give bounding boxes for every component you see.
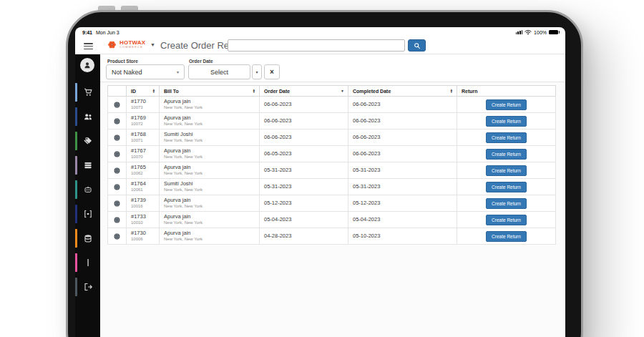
bill-to-name: Sumiti Joshi <box>164 131 259 137</box>
rows-icon <box>84 161 92 170</box>
bill-to-location: New York, New York <box>164 237 259 243</box>
table-row: #1733 10010 Apurva jain New York, New Yo… <box>108 212 556 228</box>
create-return-button[interactable]: Create Return <box>486 149 527 160</box>
globe-icon <box>114 217 120 223</box>
table-row: #1769 10072 Apurva jain New York, New Yo… <box>108 113 556 130</box>
completed-date: 06-06-2023 <box>353 134 457 140</box>
sort-icon[interactable]: ▲▼ <box>450 89 453 94</box>
order-date-label: Order Date <box>189 59 213 64</box>
col-completed-date[interactable]: Completed Date ▲▼ <box>348 86 457 97</box>
completed-date: 06-06-2023 <box>353 117 457 124</box>
col-bill-to[interactable]: Bill To ▲▼ <box>160 86 260 97</box>
order-number: 10071 <box>131 138 159 144</box>
product-store-value: Not Naked <box>112 69 142 76</box>
bill-to-location: New York, New York <box>164 220 259 226</box>
bill-to-location: New York, New York <box>164 204 259 210</box>
product-store-select[interactable]: Not Naked ▾ <box>106 64 185 79</box>
order-date: 06-06-2023 <box>264 134 348 140</box>
bill-to-name: Apurva jain <box>164 147 259 154</box>
completed-date: 05-04-2023 <box>353 216 457 223</box>
status-date: Mon Jun 3 <box>96 30 119 35</box>
close-icon: × <box>270 68 274 76</box>
sidebar-item-rows[interactable] <box>75 153 100 177</box>
users-icon <box>84 112 92 121</box>
sidebar-indicator-strip <box>75 156 77 175</box>
bot-icon <box>84 185 92 194</box>
create-return-button[interactable]: Create Return <box>486 231 527 242</box>
hotwax-flower-icon <box>107 39 117 50</box>
create-return-button[interactable]: Create Return <box>486 99 527 110</box>
chevron-down-icon[interactable]: ▼ <box>150 42 155 47</box>
bill-to-name: Sumiti Joshi <box>164 180 259 187</box>
order-date-caret-button[interactable]: ▾ <box>252 64 262 79</box>
create-return-button[interactable]: Create Return <box>486 116 527 127</box>
create-return-button[interactable]: Create Return <box>486 132 527 143</box>
sidebar-item-text-cursor[interactable] <box>75 250 100 275</box>
create-return-button[interactable]: Create Return <box>486 165 527 176</box>
completed-date: 05-31-2023 <box>353 183 457 190</box>
table-row: #1764 10061 Sumiti Joshi New York, New Y… <box>108 179 556 195</box>
order-date-select[interactable]: Select <box>188 64 250 79</box>
sidebar-item-logout[interactable] <box>75 275 100 299</box>
col-id[interactable]: ID ▲▼ <box>127 86 160 97</box>
sort-desc-icon[interactable]: ▼ <box>341 89 344 93</box>
globe-icon <box>114 135 120 141</box>
bill-to-name: Apurva jain <box>164 98 259 104</box>
search-input[interactable] <box>228 39 405 52</box>
table-header-row: ID ▲▼ Bill To ▲▼ <box>108 86 556 97</box>
database-icon <box>84 234 92 243</box>
sidebar-item-brackets[interactable] <box>75 202 100 226</box>
order-id: #1733 <box>131 213 159 220</box>
order-date-value: Select <box>210 69 228 76</box>
sidebar <box>75 54 100 337</box>
sidebar-item-bot[interactable] <box>75 177 100 202</box>
bill-to-name: Apurva jain <box>164 114 259 121</box>
logout-icon <box>84 283 92 291</box>
user-avatar-icon[interactable] <box>80 58 94 72</box>
table-row: #1770 10073 Apurva jain New York, New Yo… <box>108 97 556 113</box>
sidebar-item-tags[interactable] <box>75 129 100 153</box>
order-id: #1739 <box>131 197 159 203</box>
create-return-button[interactable]: Create Return <box>486 215 527 225</box>
globe-icon <box>114 200 120 207</box>
sidebar-indicator-strip <box>75 278 77 296</box>
create-return-button[interactable]: Create Return <box>486 198 527 209</box>
bill-to-location: New York, New York <box>164 138 259 144</box>
sidebar-indicator-strip <box>75 132 77 150</box>
completed-date: 05-10-2023 <box>353 233 457 239</box>
create-return-button[interactable]: Create Return <box>486 182 527 192</box>
order-date: 05-12-2023 <box>264 200 348 206</box>
brackets-icon <box>84 210 92 218</box>
order-date: 06-06-2023 <box>264 101 348 107</box>
col-order-date[interactable]: Order Date ▼ <box>260 86 348 97</box>
col-row-icon <box>108 86 127 97</box>
main-content: Product Store Order Date Not Naked ▾ Sel… <box>100 54 565 337</box>
bill-to-name: Apurva jain <box>164 164 259 170</box>
hamburger-menu-icon[interactable] <box>84 43 94 51</box>
sort-icon[interactable]: ▲▼ <box>253 89 255 94</box>
cellular-signal-icon <box>516 30 522 34</box>
bill-to-location: New York, New York <box>164 122 259 127</box>
globe-icon <box>114 102 120 108</box>
completed-date: 05-12-2023 <box>353 200 457 206</box>
order-number: 10010 <box>131 220 159 226</box>
sidebar-item-database[interactable] <box>75 226 100 250</box>
order-id: #1770 <box>131 98 159 104</box>
completed-date: 06-06-2023 <box>353 150 457 157</box>
search-icon <box>414 42 421 49</box>
sidebar-item-cart[interactable] <box>75 80 100 104</box>
table-row: #1765 10062 Apurva jain New York, New Yo… <box>108 162 556 179</box>
tags-icon <box>84 137 92 145</box>
completed-date: 06-06-2023 <box>353 101 457 107</box>
bill-to-location: New York, New York <box>164 155 259 160</box>
order-number: 10062 <box>131 171 159 177</box>
status-bar: 9:41 Mon Jun 3 100% <box>75 27 565 37</box>
order-date: 05-04-2023 <box>264 216 348 223</box>
sidebar-item-users[interactable] <box>75 104 100 129</box>
sidebar-indicator-strip <box>75 83 77 102</box>
search-button[interactable] <box>408 39 426 52</box>
clear-filter-button[interactable]: × <box>264 64 280 79</box>
sort-icon[interactable]: ▲▼ <box>152 89 155 94</box>
table-row: #1767 10070 Apurva jain New York, New Yo… <box>108 146 556 162</box>
order-id: #1765 <box>131 164 159 170</box>
